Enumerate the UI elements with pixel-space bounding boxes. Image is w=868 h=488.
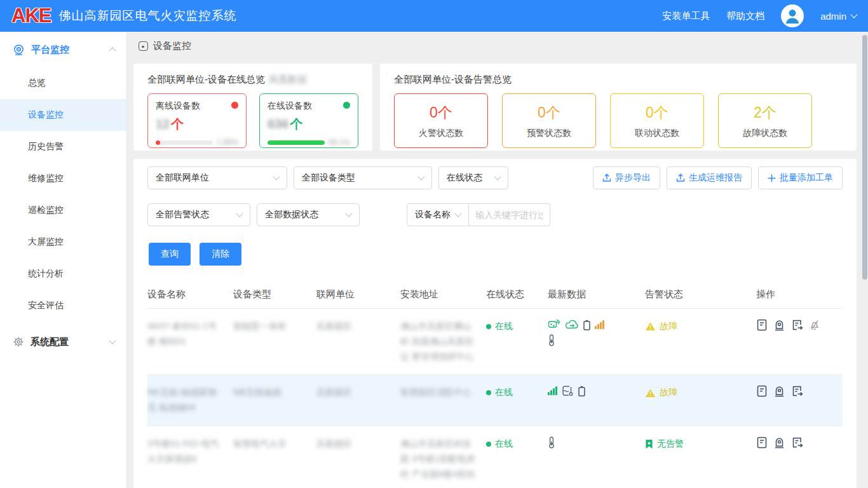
online-status-badge: 在线 (486, 385, 539, 400)
detail-icon[interactable] (756, 437, 768, 449)
online-dot-icon (343, 102, 350, 109)
async-export-button[interactable]: 异步导出 (593, 166, 660, 189)
table-row[interactable]: AK07-睿控01-1号楼 梯间01 智能型一体柜 高新园区 佛山市高新区狮山科… (147, 309, 843, 375)
alarm-status-badge: 无告警 (645, 437, 747, 452)
export-icon (676, 173, 685, 182)
battery-icon (583, 320, 590, 330)
query-button[interactable]: 查询 (149, 243, 191, 266)
export-icon (602, 173, 611, 182)
bookmark-icon (645, 439, 653, 449)
sidebar-group-platform[interactable]: 平台监控 (0, 32, 126, 67)
offline-progress-bar (156, 140, 213, 145)
sidebar-item-repair-monitor[interactable]: 维修监控 (0, 163, 126, 194)
clear-button[interactable]: 清除 (200, 243, 241, 266)
linkage-label: 联动状态数 (635, 128, 679, 139)
sidebar: 平台监控 总览 设备监控 历史告警 维修监控 巡检监控 大屏监控 统计分析 安全… (0, 32, 127, 488)
device-name-redacted: AK07-睿控01-1号楼 梯间01 (147, 309, 233, 360)
username: admin (820, 11, 846, 22)
online-unit: 个 (290, 116, 302, 133)
chevron-down-icon (850, 11, 857, 18)
offline-value-redacted: 12 (156, 117, 170, 132)
sidebar-item-statistics[interactable]: 统计分析 (0, 258, 126, 290)
batch-add-workorder-button[interactable]: 批量添加工单 (758, 166, 843, 189)
sidebar-item-history-alarm[interactable]: 历史告警 (0, 131, 126, 163)
warning-triangle-icon (645, 322, 656, 331)
alarm-overview-title: 全部联网单位-设备告警总览 (394, 74, 512, 86)
fire-count: 0个 (430, 103, 452, 123)
sidebar-item-device-monitor[interactable]: 设备监控 (0, 99, 126, 131)
offline-percent-redacted: 1.85% (217, 138, 238, 147)
offline-dot-icon (231, 102, 238, 109)
chevron-down-icon (273, 173, 280, 180)
offline-device-stat: 离线设备数 12 个 1.85% (147, 93, 247, 148)
nav-install-tool[interactable]: 安装单工具 (662, 10, 710, 22)
breadcrumb-icon (139, 41, 148, 51)
table-row[interactable]: 3号楼01-F02-电气 火灾探测器6 智慧电气火灾 高新园区 佛山市高新区科技… (147, 426, 843, 488)
monitor-icon[interactable] (773, 385, 785, 397)
alarm-status-badge: 故障 (645, 385, 747, 400)
online-value-redacted: 636 (268, 117, 288, 132)
sidebar-group-system[interactable]: 系统配置 (0, 324, 126, 360)
select-device-type[interactable]: 全部设备类型 (294, 166, 432, 189)
sidebar-item-overview[interactable]: 总览 (0, 67, 126, 99)
select-keyword-field[interactable]: 设备名称 (407, 203, 469, 226)
app-header: AKE 佛山高新园区电气火灾监控系统 安装单工具 帮助文档 admin (0, 0, 868, 32)
scrollbar-thumb[interactable] (862, 35, 867, 280)
workorder-icon[interactable] (791, 437, 803, 449)
monitor-icon[interactable] (773, 437, 785, 449)
online-device-stat: 在线设备数 636 个 98.1% (259, 93, 358, 148)
online-overview-title: 全部联网单位-设备在线总览 (147, 74, 265, 86)
online-progress-bar (268, 140, 325, 145)
network-unit-redacted: 高新园区 (316, 309, 400, 344)
signal-bars-icon (548, 386, 557, 395)
chevron-down-icon (417, 173, 424, 180)
linkage-count: 0个 (646, 103, 668, 123)
keyword-input[interactable] (469, 203, 550, 226)
vertical-scrollbar[interactable] (862, 33, 867, 487)
user-avatar-icon[interactable] (781, 4, 804, 27)
chevron-up-icon (109, 47, 116, 54)
sidebar-item-safety-assess[interactable]: 安全评估 (0, 290, 126, 322)
online-status-badge: 在线 (486, 437, 539, 452)
mute-bell-icon[interactable] (809, 319, 820, 331)
fault-label: 故障状态数 (743, 128, 787, 139)
workorder-icon[interactable] (791, 319, 803, 331)
detail-icon[interactable] (756, 385, 768, 397)
monitor-icon[interactable] (773, 319, 785, 331)
network-unit-redacted: 高新园区 (316, 426, 400, 462)
device-table: 设备名称 设备类型 联网单位 安装地址 在线状态 最新数据 告警状态 操作 AK… (147, 282, 843, 488)
offline-unit: 个 (171, 116, 184, 133)
chevron-down-icon (236, 210, 243, 217)
sidebar-group-label: 平台监控 (31, 44, 69, 56)
online-overview-card: 全部联网单位-设备在线总览 凤凰数据 离线设备数 12 个 1.85% (133, 64, 372, 151)
sidebar-item-inspection-monitor[interactable]: 巡检监控 (0, 194, 126, 226)
alarm-overview-card: 全部联网单位-设备告警总览 0个 火警状态数 0个 预警状态数 0个 联动状态数… (380, 64, 857, 151)
select-alarm-status[interactable]: 全部告警状态 (147, 203, 250, 226)
select-data-status[interactable]: 全部数据状态 (257, 203, 360, 226)
table-header-row: 设备名称 设备类型 联网单位 安装地址 在线状态 最新数据 告警状态 操作 (147, 282, 843, 309)
battery-icon (578, 386, 585, 396)
workorder-icon[interactable] (791, 385, 803, 397)
sidebar-item-bigscreen-monitor[interactable]: 大屏监控 (0, 226, 126, 258)
sidebar-group-label: 系统配置 (31, 336, 69, 348)
install-address-redacted: 佛山市高新区狮山科 技园佛山高新区运 营管理指挥中心 (400, 309, 486, 374)
chevron-down-icon (109, 337, 116, 344)
select-network-unit[interactable]: 全部联网单位 (147, 166, 287, 189)
green-dot-icon (486, 324, 491, 329)
device-name-redacted: NK无线-烟感探测-无 线感烟04 (147, 375, 233, 426)
table-row[interactable]: NK无线-烟感探测-无 线感烟04 NB无线烟感 高新园区 智慧园区消防中心 在… (147, 375, 843, 426)
user-menu[interactable]: admin (820, 11, 857, 22)
offline-stat-label: 离线设备数 (156, 100, 238, 112)
app-title: 佛山高新园区电气火灾监控系统 (58, 8, 236, 24)
generate-report-button[interactable]: 生成运维报告 (667, 166, 752, 189)
device-type-redacted: NB无线烟感 (233, 375, 316, 410)
select-online-status[interactable]: 在线状态 (438, 166, 508, 189)
device-type-redacted: 智能型一体柜 (233, 309, 316, 344)
detail-icon[interactable] (756, 319, 768, 331)
fire-status-box: 0个 火警状态数 (394, 93, 488, 148)
redacted-title-suffix: 凤凰数据 (269, 74, 307, 86)
cloud-icon (565, 320, 579, 330)
prewarn-count: 0个 (538, 103, 560, 123)
humidity-icon (562, 385, 574, 396)
nav-help-doc[interactable]: 帮助文档 (726, 10, 764, 22)
